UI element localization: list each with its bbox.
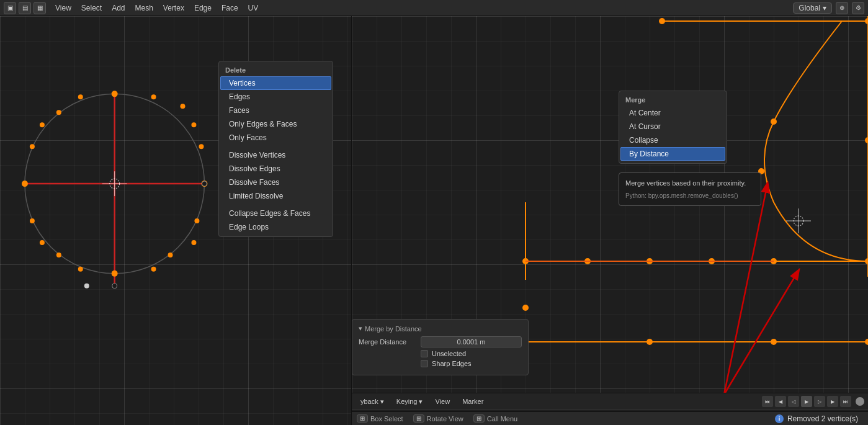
rotate-view-label: Rotate View (427, 415, 463, 423)
dropdown-icon: ▾ (823, 4, 826, 12)
menu-uv[interactable]: UV (244, 2, 263, 14)
menu-select[interactable]: Select (77, 2, 106, 14)
merge-at-cursor[interactable]: At Cursor (620, 120, 725, 133)
topbar: ▣ ▤ ▦ View Select Add Mesh Vertex Edge F… (0, 0, 868, 16)
menu-item-collapse-edges-faces[interactable]: Collapse Edges & Faces (220, 207, 331, 220)
btn-jump-start[interactable]: ⏮ (762, 396, 773, 407)
menu-item-dissolve-edges[interactable]: Dissolve Edges (220, 162, 331, 176)
svg-point-20 (78, 267, 83, 272)
btn-play[interactable]: ▶ (801, 396, 812, 407)
svg-point-26 (84, 284, 89, 289)
merge-at-center[interactable]: At Center (620, 106, 725, 120)
timeline-view[interactable]: View (431, 396, 455, 406)
icon-btn-2[interactable]: ▤ (19, 2, 31, 14)
merge-distance-row: Merge Distance (359, 336, 522, 347)
topbar-menu: View Select Add Mesh Vertex Edge Face UV (51, 2, 262, 14)
menu-item-dissolve-vertices[interactable]: Dissolve Vertices (220, 148, 331, 162)
status-notification: i Removed 2 vertice(s) (770, 413, 863, 424)
timeline-playback[interactable]: yback ▾ (356, 396, 389, 407)
svg-point-3 (112, 91, 118, 97)
sharp-edges-checkbox[interactable] (421, 360, 428, 367)
timeline-marker[interactable]: Marker (457, 396, 488, 406)
box-select-shortcut: ⊞ (357, 414, 368, 423)
notification-text: Removed 2 vertice(s) (787, 414, 858, 423)
merge-menu: Merge At Center At Cursor Collapse By Di… (619, 91, 727, 164)
settings-icon[interactable]: ⚙ (852, 2, 864, 14)
menu-view[interactable]: View (51, 2, 76, 14)
menu-add[interactable]: Add (107, 2, 129, 14)
panel-collapse-icon[interactable]: ▾ (359, 324, 362, 333)
btn-next-frame[interactable]: ▶ (827, 396, 838, 407)
menu-edge[interactable]: Edge (190, 2, 216, 14)
merge-collapse[interactable]: Collapse (620, 133, 725, 147)
status-call-menu: ⊞ Call Menu (473, 414, 518, 423)
transform-selector[interactable]: Global ▾ (793, 2, 832, 14)
info-icon: i (775, 414, 784, 423)
topbar-icons: ▣ ▤ ▦ (4, 2, 46, 14)
unselected-checkbox[interactable] (421, 350, 428, 357)
svg-point-17 (40, 122, 45, 127)
main-area: Delete Vertices Edges Faces Only Edges &… (0, 16, 868, 425)
btn-prev-frame[interactable]: ◀ (775, 396, 786, 407)
timeline-controls: yback ▾ Keying ▾ View Marker ⏮ ◀ ◁ ▶ ▷ ▶… (352, 393, 868, 409)
svg-point-8 (168, 253, 173, 257)
sharp-edges-label: Sharp Edges (432, 360, 472, 367)
svg-point-19 (40, 240, 45, 245)
status-box-select: ⊞ Box Select (357, 414, 403, 423)
merge-by-distance[interactable]: By Distance (620, 147, 725, 161)
rotate-view-shortcut: ⊞ (413, 414, 424, 423)
left-viewport[interactable]: Delete Vertices Edges Faces Only Edges &… (0, 16, 352, 425)
menu-mesh[interactable]: Mesh (131, 2, 158, 14)
merge-distance-panel: ▾ Merge by Distance Merge Distance Unsel… (352, 319, 529, 375)
svg-point-12 (22, 181, 28, 187)
menu-face[interactable]: Face (217, 2, 243, 14)
svg-point-10 (56, 253, 61, 257)
unselected-label: Unselected (432, 350, 466, 357)
btn-prev[interactable]: ◁ (788, 396, 799, 407)
transform-label: Global (799, 4, 820, 12)
menu-item-edges[interactable]: Edges (220, 90, 331, 104)
btn-next[interactable]: ▷ (814, 396, 825, 407)
unselected-row: Unselected (359, 350, 522, 357)
menu-item-edge-loops[interactable]: Edge Loops (220, 220, 331, 234)
svg-point-5 (199, 144, 204, 149)
tooltip-python: Python: bpy.ops.mesh.remove_doubles() (625, 191, 754, 200)
btn-jump-end[interactable]: ⏭ (840, 396, 851, 407)
svg-point-7 (194, 218, 199, 223)
snap-icon[interactable]: ⊕ (836, 2, 848, 14)
svg-point-28 (202, 181, 207, 186)
call-menu-shortcut: ⊞ (473, 414, 485, 423)
menu-item-faces[interactable]: Faces (220, 104, 331, 117)
svg-point-11 (30, 218, 35, 223)
menu-item-dissolve-faces[interactable]: Dissolve Faces (220, 176, 331, 189)
svg-point-27 (112, 284, 117, 289)
svg-point-9 (112, 271, 118, 277)
menu-item-only-edges-faces[interactable]: Only Edges & Faces (220, 117, 331, 131)
menu-item-limited-dissolve[interactable]: Limited Dissolve (220, 189, 331, 203)
box-select-label: Box Select (370, 415, 403, 423)
svg-point-22 (191, 240, 196, 245)
svg-point-15 (151, 94, 156, 99)
svg-point-21 (151, 267, 156, 272)
status-rotate-view: ⊞ Rotate View (413, 414, 463, 423)
merge-tooltip: Merge vertices based on their proximity.… (619, 172, 761, 206)
topbar-right: Global ▾ ⊕ ⚙ (793, 2, 864, 14)
icon-btn-1[interactable]: ▣ (4, 2, 16, 14)
svg-point-13 (30, 144, 35, 149)
call-menu-label: Call Menu (487, 415, 518, 423)
menu-item-only-faces[interactable]: Only Faces (220, 131, 331, 145)
merge-menu-title: Merge (619, 94, 727, 106)
right-viewport[interactable]: Merge At Center At Cursor Collapse By Di… (352, 16, 868, 425)
timeline-keying[interactable]: Keying ▾ (391, 396, 428, 407)
merge-distance-label: Merge Distance (359, 338, 421, 346)
sharp-edges-row: Sharp Edges (359, 360, 522, 367)
statusbar: ⊞ Box Select ⊞ Rotate View ⊞ Call Menu i… (352, 411, 868, 425)
svg-point-4 (180, 104, 185, 109)
menu-item-vertices[interactable]: Vertices (220, 76, 331, 90)
icon-btn-3[interactable]: ▦ (34, 2, 46, 14)
svg-point-18 (78, 94, 83, 99)
svg-point-14 (56, 110, 61, 115)
merge-distance-input[interactable] (421, 336, 522, 347)
sync-btn[interactable] (856, 397, 864, 406)
menu-vertex[interactable]: Vertex (159, 2, 189, 14)
